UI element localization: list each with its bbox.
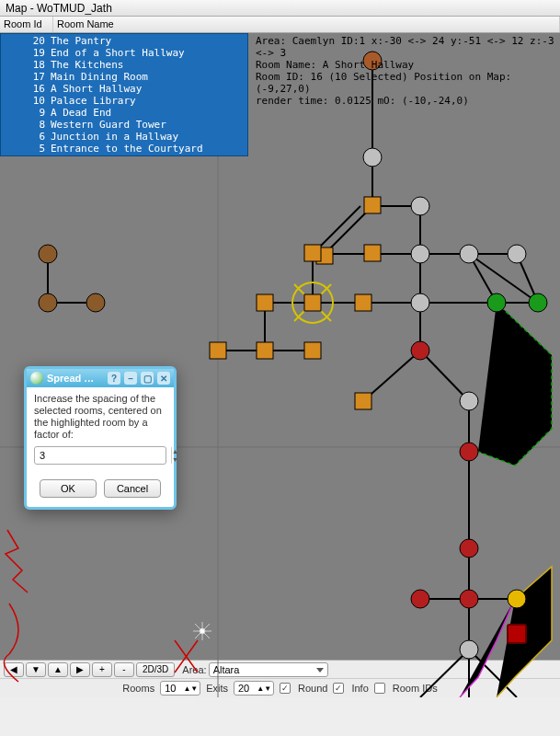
svg-rect-45	[304, 245, 321, 261]
cancel-button[interactable]: Cancel	[104, 479, 161, 498]
svg-point-57	[460, 245, 478, 263]
map-info-overlay: Area: Caemlyn ID:1 x:-30 <-> 24 y:-51 <-…	[256, 35, 556, 107]
list-item[interactable]: 16A Short Hallway	[1, 83, 247, 95]
app-icon	[30, 372, 43, 385]
minimize-icon[interactable]: –	[124, 372, 137, 385]
svg-rect-42	[364, 197, 381, 213]
svg-rect-50	[257, 342, 273, 359]
svg-point-62	[411, 341, 429, 360]
column-header[interactable]: Room Id ▲ Room Name	[0, 17, 560, 33]
dialog-titlebar[interactable]: Spread … ? – ▢ ✕	[27, 369, 174, 387]
list-item[interactable]: 8Western Guard Tower	[1, 119, 247, 131]
list-item[interactable]: 19End of a Short Hallway	[1, 47, 247, 59]
map-canvas[interactable]: ਹ 20The Pantry 19End of a Short Hallway …	[0, 33, 560, 697]
col-room-name[interactable]: Room Name	[53, 17, 560, 32]
help-icon[interactable]: ?	[108, 372, 120, 385]
list-item[interactable]: 5Entrance to the Courtyard	[1, 143, 247, 155]
svg-point-72	[86, 293, 105, 312]
list-item[interactable]: 18The Kitchens	[1, 59, 247, 71]
svg-point-63	[460, 392, 478, 410]
spread-dialog: Spread … ? – ▢ ✕ Increase the spacing of…	[24, 366, 177, 510]
window-titlebar: Map - WoTMUD_Jath	[0, 0, 560, 17]
ok-button[interactable]: OK	[40, 479, 97, 498]
list-item[interactable]: 17Main Dining Room	[1, 71, 247, 83]
list-item[interactable]: 6Junction in a Hallway	[1, 131, 247, 143]
factor-input[interactable]	[35, 447, 171, 464]
dialog-body-text: Increase the spacing of the selected roo…	[34, 393, 166, 441]
window-title: Map - WoTMUD_Jath	[6, 2, 112, 15]
svg-text:ਹ: ਹ	[511, 627, 520, 641]
svg-rect-47	[355, 294, 371, 311]
svg-point-70	[39, 245, 57, 263]
svg-point-71	[39, 293, 57, 312]
svg-rect-52	[355, 393, 371, 409]
svg-point-64	[460, 443, 478, 461]
stepper-up-icon[interactable]: ▲	[172, 447, 178, 455]
svg-point-58	[508, 245, 526, 263]
svg-point-68	[508, 590, 526, 608]
svg-point-79	[200, 628, 205, 634]
svg-point-69	[460, 640, 478, 659]
list-item[interactable]: 20The Pantry	[1, 35, 247, 47]
svg-point-54	[363, 148, 382, 167]
svg-rect-46	[257, 294, 273, 311]
list-item[interactable]: 9A Dead End	[1, 107, 247, 119]
svg-point-67	[411, 590, 429, 608]
maximize-icon[interactable]: ▢	[141, 372, 154, 385]
svg-point-60	[487, 293, 506, 312]
factor-stepper[interactable]: ▲ ▼	[34, 446, 166, 465]
svg-point-61	[529, 293, 547, 312]
svg-rect-49	[210, 342, 226, 359]
svg-rect-51	[304, 342, 321, 359]
col-room-id[interactable]: Room Id ▲	[0, 17, 53, 32]
svg-line-35	[420, 650, 469, 697]
svg-point-55	[411, 197, 429, 215]
stepper-down-icon[interactable]: ▼	[172, 455, 178, 464]
svg-rect-48	[304, 294, 321, 311]
svg-point-65	[460, 539, 478, 558]
svg-rect-44	[364, 245, 381, 261]
svg-line-27	[420, 351, 469, 401]
list-item[interactable]: 10Palace Library	[1, 95, 247, 107]
room-list-panel[interactable]: 20The Pantry 19End of a Short Hallway 18…	[0, 33, 248, 156]
close-icon[interactable]: ✕	[157, 372, 170, 385]
dialog-title-text: Spread …	[47, 373, 94, 384]
svg-point-56	[411, 245, 429, 263]
svg-point-59	[411, 293, 429, 312]
svg-point-66	[460, 590, 478, 608]
